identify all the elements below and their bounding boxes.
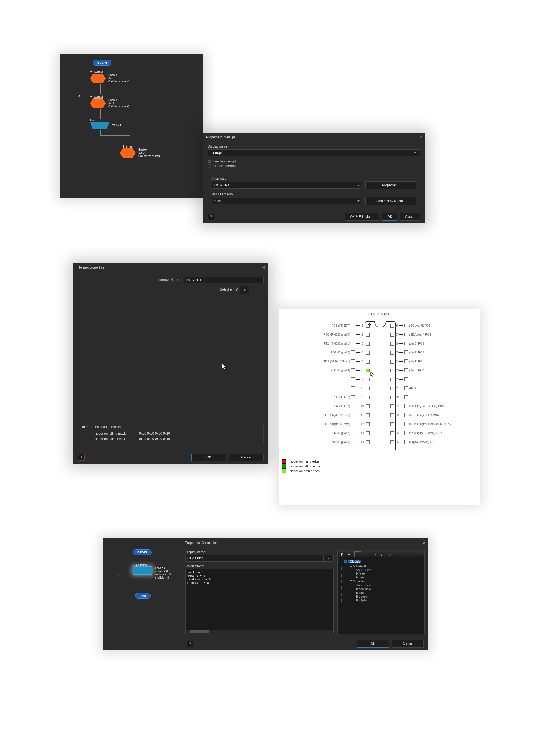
pin-right-24[interactable]: 24(An 1) PC1 — [395, 359, 476, 363]
disable-radio[interactable]: Disable interrupt — [208, 164, 420, 168]
pin-right-22[interactable]: 22 — [395, 377, 476, 381]
help-icon[interactable]: ? — [186, 640, 193, 647]
ok-edit-macro-button[interactable]: OK & Edit Macro — [345, 213, 379, 221]
cancel-button[interactable]: Cancel — [229, 454, 264, 461]
fx-icon[interactable]: fX — [379, 552, 385, 557]
entry-arrow-2: ➔ — [117, 573, 120, 577]
pin-left-13[interactable]: PD7 (Digital 7)13 — [279, 431, 365, 435]
variables-tree[interactable]: 🌐 Globals ⊟ Constants <Add new> b false … — [338, 558, 424, 603]
pin-right-15[interactable]: 15(Digital 9/Pwm) PB1 — [395, 440, 476, 444]
properties-interrupt-dialog: Properties: Interrupt × Display name: In… — [203, 133, 425, 223]
pin-left-5[interactable]: PD3 (Digital 3/Pwm)5 — [279, 359, 365, 363]
loop-cond: While 1 — [112, 124, 121, 127]
tool-icon[interactable]: ≡ — [346, 552, 352, 557]
interrupt1-tag: Interrupt — [93, 70, 103, 73]
pin-right-28[interactable]: 28(SCL/An 5) PC5 — [395, 324, 476, 328]
flowchart-panel-1: BEGIN ➔ ★Interrupt EnableINT0Call Macro … — [60, 54, 203, 198]
calc-node[interactable] — [133, 567, 153, 575]
loop-tag: Loop — [90, 119, 121, 122]
call-macro-label: Will call macro: — [212, 192, 416, 196]
pin-right-19[interactable]: 19(SCK/Digital 13/LED) PB5 — [395, 404, 476, 408]
displayname-input[interactable]: Interrupt — [208, 150, 410, 156]
interrupt1-node[interactable] — [90, 74, 106, 83]
pin-left-3[interactable]: PD1 (TXD/Digital 1)3 — [279, 341, 365, 345]
calculations-textarea[interactable]: unita = 0 decine = 0 centinaia = 0 migli… — [185, 569, 334, 630]
dialog-title: Interrupt properties — [77, 265, 104, 270]
pin-left-1[interactable]: PC6 (RESET)1 — [279, 324, 365, 328]
pin-right-21[interactable]: 21AREF — [395, 386, 476, 390]
interrupt2-text: EnableINT1Call Macro stop() — [108, 98, 129, 108]
pin-right-16[interactable]: 16(SS/Digital 10 /WM) PB2 — [395, 431, 476, 435]
pin-right-20[interactable]: 20 — [395, 395, 476, 399]
legend-rising: Trigger on rising edge — [282, 459, 477, 463]
tool-icon[interactable]: ▭ — [363, 552, 369, 557]
dialog-title: Properties: Interrupt — [206, 135, 235, 139]
interrupt-name-input[interactable]: IOC PORT D — [184, 277, 264, 283]
displayname-dropdown[interactable] — [410, 150, 420, 156]
tool-icon[interactable]: ▭ — [355, 551, 361, 557]
pin-left-14[interactable]: PB0 (Digital 8)14 — [279, 440, 365, 444]
interrupt-on-label: Interrupt on: — [212, 177, 416, 180]
close-icon[interactable]: × — [423, 541, 425, 545]
cancel-button[interactable]: Cancel — [400, 213, 420, 221]
chip-title: ATMEGA328P — [279, 309, 480, 319]
close-icon[interactable]: ✕ — [262, 265, 265, 270]
loop-node[interactable] — [90, 122, 109, 130]
scrollbar[interactable]: ◄► — [185, 630, 334, 634]
falling-mask-label: Trigger on falling mask — [93, 432, 134, 435]
chip-body — [365, 321, 396, 450]
select-pins-dropdown[interactable] — [240, 286, 249, 294]
interrupt-name-label: Interrupt Name: — [78, 278, 180, 282]
tool-icon[interactable]: ▭ — [371, 552, 377, 557]
ok-button[interactable]: OK — [382, 213, 397, 221]
pin-right-26[interactable]: 26(An 3) PC3 — [395, 341, 476, 345]
interrupt3-tag: Interrupt — [123, 145, 160, 148]
properties-calculation-dialog: Properties: Calculation × Display name: … — [182, 538, 428, 650]
create-macro-button[interactable]: Create New Macro... — [365, 197, 416, 205]
begin-node[interactable]: BEGIN — [93, 60, 112, 66]
pin-left-9[interactable]: PB6 (XTAL1)9 — [279, 395, 365, 399]
pin-left-2[interactable]: PD0 (RXD/Digital 0)2 — [279, 333, 365, 336]
pin-left-7[interactable]: 7 — [279, 377, 365, 381]
cancel-button[interactable]: Cancel — [392, 640, 424, 648]
pin-left-11[interactable]: PD5 (Digital 5/Pwm)11 — [279, 413, 365, 417]
help-icon[interactable]: ? — [208, 214, 214, 220]
pin-right-17[interactable]: 17(MOSI/Digital 11/Pwm/INT ) PB3 — [395, 422, 476, 426]
calc-displayname-dropdown[interactable] — [323, 555, 334, 561]
tree-toolbar: ▮ ≡ ▭ ▭ ▭ fX f$ — [338, 550, 424, 558]
close-icon[interactable]: × — [420, 135, 422, 139]
displayname-label: Display name: — [208, 144, 420, 149]
interrupt1-text: EnableINT0Call Macro start() — [108, 74, 129, 83]
pin-left-10[interactable]: PB7 (XTAL2)10 — [279, 404, 365, 408]
pin-left-6[interactable]: PD4 (Digital 4)6 — [279, 369, 365, 372]
falling-mask-value: 0x00 0x00 0x00 0x10 — [139, 432, 170, 435]
fs-icon[interactable]: f$ — [387, 552, 394, 557]
pin-right-18[interactable]: 18(MISO/Digital 12) PB4 — [395, 413, 476, 417]
calc-tag: Calculation — [134, 563, 171, 567]
pin-right-23[interactable]: 23(An 0) PC0 — [395, 369, 476, 372]
cursor-icon — [222, 363, 227, 370]
help-icon[interactable]: ? — [78, 454, 85, 461]
pin-right-27[interactable]: 27(SDA/An 4) PC4 — [395, 333, 476, 336]
interrupt3-node[interactable] — [120, 148, 136, 158]
legend-both: Trigger on both edges — [282, 469, 477, 473]
interrupt2-node[interactable] — [90, 98, 106, 108]
select-pins-label: Select pin(s) — [220, 288, 238, 291]
ok-button[interactable]: OK — [357, 640, 389, 648]
ok-button[interactable]: OK — [192, 454, 226, 461]
call-macro-select[interactable]: reset — [212, 198, 361, 204]
pin-left-8[interactable]: 8 — [279, 386, 365, 390]
chip-panel: ATMEGA328P PC6 (RESET)1PD0 (RXD/Digital … — [279, 309, 480, 504]
calc-displayname-input[interactable]: Calculation — [185, 555, 323, 561]
loop-body: [...] — [128, 138, 132, 141]
interrupt-on-select[interactable]: IOC PORT D — [212, 182, 361, 189]
begin-node-2[interactable]: BEGIN — [133, 549, 152, 555]
end-node[interactable]: END — [135, 593, 151, 599]
calc-text: unita = 0decine = 0centinaia = 0migliaia… — [155, 567, 171, 579]
pin-left-12[interactable]: PD6 (Digital 6 Pwm)12 — [279, 422, 365, 426]
tool-icon[interactable]: ▮ — [338, 552, 345, 557]
enable-radio[interactable]: Enable interrupt — [208, 159, 420, 163]
pin-left-4[interactable]: PD2 (Digital 2)4 — [279, 351, 365, 354]
pin-right-25[interactable]: 25(An 2) PC2 — [395, 351, 476, 354]
properties-button[interactable]: Properties... — [365, 181, 416, 189]
